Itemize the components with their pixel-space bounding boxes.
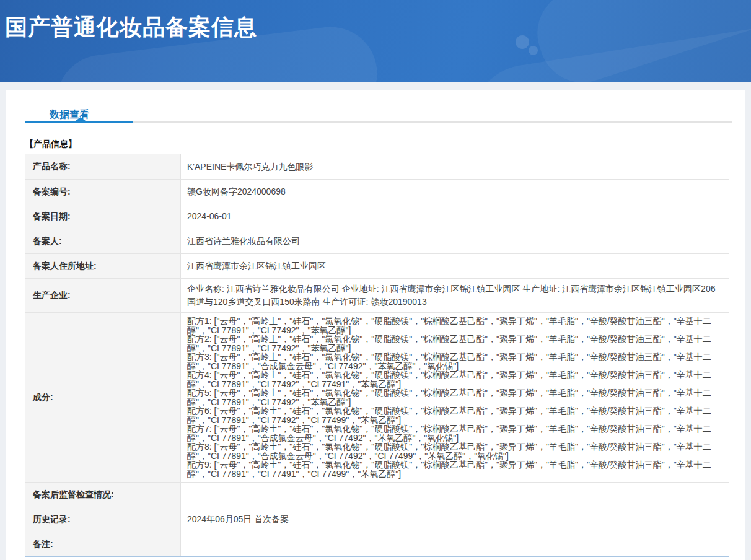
row-label: 历史记录: — [25, 507, 181, 532]
row-value: 2024-06-01 — [181, 204, 729, 229]
table-row-remarks: 备注: — [25, 532, 729, 556]
row-value — [181, 483, 729, 507]
formula-line-7: 配方7: ["云母"，"高岭土"，"硅石"，"氯氧化铋"，"硬脂酸镁"，"棕榈酸… — [187, 424, 722, 442]
table-row-registrant-address: 备案人住所地址: 江西省鹰潭市余江区锦江镇工业园区 — [25, 253, 729, 278]
table-row-history: 历史记录: 2024年06月05日 首次备案 — [25, 507, 729, 532]
table-row-ingredients: 成分: 配方1: ["云母"，"高岭土"，"硅石"，"氯氧化铋"，"硬脂酸镁"，… — [25, 312, 729, 482]
row-value: 2024年06月05日 首次备案 — [181, 507, 729, 532]
row-label: 备案日期: — [25, 204, 181, 229]
row-value: 企业名称: 江西省诗兰雅化妆品有限公司 企业地址: 江西省鹰潭市余江区锦江镇工业… — [181, 279, 729, 312]
row-label: 备注: — [25, 532, 181, 556]
table-row-filing-date: 备案日期: 2024-06-01 — [25, 204, 729, 229]
formula-line-1: 配方1: ["云母"，"高岭土"，"硅石"，"氯氧化铋"，"硬脂酸镁"，"棕榈酸… — [187, 317, 722, 335]
formula-line-3: 配方3: ["云母"，"高岭土"，"硅石"，"氯氧化铋"，"硬脂酸镁"，"棕榈酸… — [187, 352, 722, 370]
tab-active-indicator — [25, 121, 133, 123]
tab-underline — [25, 121, 732, 123]
row-value: 江西省鹰潭市余江区锦江镇工业园区 — [181, 254, 729, 278]
section-title-product-info: 【产品信息】 — [25, 139, 726, 150]
page: { "banner": { "title": "国产普通化妆品备案信息", "b… — [0, 0, 751, 560]
formula-line-4: 配方4: ["云母"，"高岭土"，"硅石"，"氯氧化铋"，"硬脂酸镁"，"棕榈酸… — [187, 370, 722, 388]
row-label: 生产企业: — [25, 279, 181, 312]
formula-line-8: 配方8: ["云母"，"高岭土"，"硅石"，"氯氧化铋"，"硬脂酸镁"，"棕榈酸… — [187, 442, 722, 460]
row-label: 产品名称: — [25, 154, 181, 179]
formula-line-2: 配方2: ["云母"，"高岭土"，"硅石"，"氯氧化铋"，"硬脂酸镁"，"棕榈酸… — [187, 335, 722, 352]
row-value: 江西省诗兰雅化妆品有限公司 — [181, 229, 729, 253]
row-value-ingredient-list: 配方1: ["云母"，"高岭土"，"硅石"，"氯氧化铋"，"硬脂酸镁"，"棕榈酸… — [181, 313, 729, 482]
row-label: 备案编号: — [25, 180, 181, 204]
product-info-table: 产品名称: K'APEINE卡佩尔巧克力九色眼影 备案编号: 赣G妆网备字202… — [25, 154, 729, 557]
row-label: 成分: — [25, 313, 181, 482]
content-card: 数据查看 【产品信息】 产品名称: K'APEINE卡佩尔巧克力九色眼影 备案编… — [6, 90, 745, 560]
banner-decoration-dot — [529, 46, 538, 55]
table-row-supervision-check: 备案后监督检查情况: — [25, 482, 729, 507]
tab-bar: 数据查看 — [6, 90, 745, 121]
row-label: 备案人住所地址: — [25, 254, 181, 278]
row-value — [181, 532, 729, 556]
page-title: 国产普通化妆品备案信息 — [5, 12, 257, 43]
row-label: 备案人: — [25, 229, 181, 253]
table-row-filing-number: 备案编号: 赣G妆网备字2024000698 — [25, 179, 729, 204]
formula-line-9: 配方9: ["云母"，"高岭土"，"硅石"，"氯氧化铋"，"硬脂酸镁"，"棕榈酸… — [187, 460, 722, 478]
row-value: 赣G妆网备字2024000698 — [181, 180, 729, 204]
table-row-manufacturer: 生产企业: 企业名称: 江西省诗兰雅化妆品有限公司 企业地址: 江西省鹰潭市余江… — [25, 278, 729, 312]
banner-decoration-dot — [516, 35, 529, 49]
page-header: 国产普通化妆品备案信息 — [0, 0, 751, 82]
row-label: 备案后监督检查情况: — [25, 483, 181, 507]
row-value: K'APEINE卡佩尔巧克力九色眼影 — [181, 154, 729, 179]
table-row-registrant: 备案人: 江西省诗兰雅化妆品有限公司 — [25, 229, 729, 253]
tab-caret-icon — [76, 117, 86, 121]
formula-line-5: 配方5: ["云母"，"高岭土"，"硅石"，"氯氧化铋"，"硬脂酸镁"，"棕榈酸… — [187, 388, 722, 406]
formula-line-6: 配方6: ["云母"，"高岭土"，"硅石"，"氯氧化铋"，"硬脂酸镁"，"棕榈酸… — [187, 406, 722, 424]
table-row-product-name: 产品名称: K'APEINE卡佩尔巧克力九色眼影 — [25, 154, 729, 179]
